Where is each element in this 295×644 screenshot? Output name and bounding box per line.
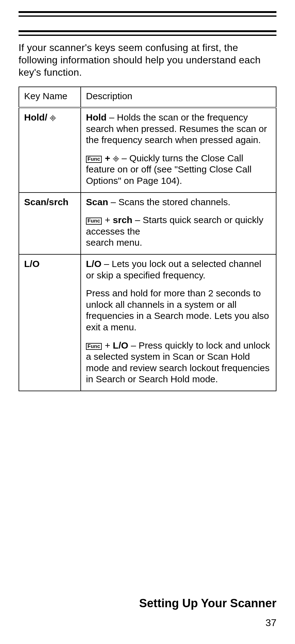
cell-lo-description: L/O – Lets you lock out a selected chann… <box>81 254 276 391</box>
cell-scan-keyname: Scan/srch <box>19 193 81 254</box>
lo-key-label: L/O <box>24 259 40 269</box>
cell-lo-keyname: L/O <box>19 254 81 391</box>
func-key-icon: Func <box>86 343 102 350</box>
keys-table: Key Name Description Hold/ <box>19 87 276 391</box>
cell-hold-keyname: Hold/ <box>19 108 81 193</box>
cell-scan-description: Scan – Scans the stored channels. Func +… <box>81 193 276 254</box>
close-call-icon <box>113 156 119 162</box>
row-lo: L/O L/O – Lets you lock out a selected c… <box>19 254 276 391</box>
th-description: Description <box>81 87 276 108</box>
hold-d1-text: – Holds the scan or the frequency search… <box>86 112 267 145</box>
lo-d3-bold: L/O <box>113 340 128 350</box>
lo-d1-bold: L/O <box>86 259 101 269</box>
scan-d1-text: – Scans the stored channels. <box>108 197 230 207</box>
th-key-name: Key Name <box>19 87 81 108</box>
hold-d1-bold: Hold <box>86 112 107 122</box>
scan-d2-bold: srch <box>113 215 132 225</box>
second-double-rule <box>19 30 276 36</box>
func-key-icon: Func <box>86 218 102 225</box>
svg-point-7 <box>115 158 117 159</box>
lo-d3-plus: + <box>102 340 113 350</box>
section-title: Setting Up Your Scanner <box>139 597 276 610</box>
hold-key-label: Hold/ <box>24 112 50 122</box>
row-scan: Scan/srch Scan – Scans the stored channe… <box>19 193 276 254</box>
scan-key-label: Scan/srch <box>24 197 68 207</box>
row-hold: Hold/ Hold – Holds the scan or <box>19 108 276 193</box>
lo-d2-text: Press and hold for more than 2 seconds t… <box>86 288 271 333</box>
func-key-icon: Func <box>86 156 102 163</box>
scan-d1-bold: Scan <box>86 197 108 207</box>
scan-d2-plus: + <box>102 215 113 225</box>
page-number: 37 <box>265 617 276 629</box>
hold-d2-plus: + <box>102 153 113 163</box>
scan-d2-text2: search menu. <box>86 237 142 248</box>
top-double-rule <box>19 11 276 17</box>
intro-paragraph: If your scanner's keys seem confusing at… <box>19 41 276 78</box>
svg-point-1 <box>52 117 54 119</box>
lo-d1-text: – Lets you lock out a selected channel o… <box>86 259 261 280</box>
close-call-icon <box>50 115 56 121</box>
cell-hold-description: Hold – Holds the scan or the frequency s… <box>81 108 276 193</box>
